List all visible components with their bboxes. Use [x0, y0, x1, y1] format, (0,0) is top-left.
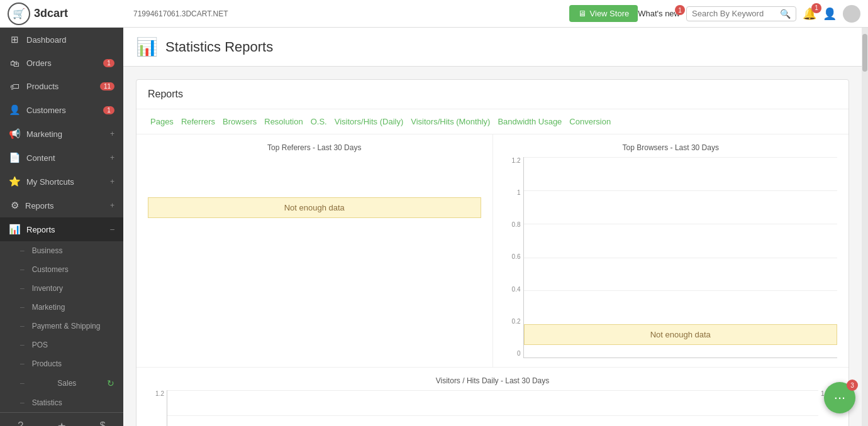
sidebar-label-dashboard: Dashboard: [26, 35, 114, 45]
y-label-0-6: 0.6: [512, 253, 521, 260]
whats-new[interactable]: What's new 1: [638, 9, 680, 18]
sidebar-item-marketing[interactable]: 📢 Marketing +: [0, 122, 123, 146]
submenu-item-pos[interactable]: POS: [0, 336, 123, 354]
submenu-label-payment: Payment & Shipping: [32, 322, 101, 330]
reports-box: Reports Pages Referrers Browsers Resolut…: [136, 79, 849, 426]
top-referrers-title: Top Referers - Last 30 Days: [148, 143, 481, 152]
marketing-icon: 📢: [9, 128, 20, 139]
topbar: 🛒 3dcart 71994617061.3DCART.NET 🖥 View S…: [0, 0, 868, 28]
top-referrers-chart: Top Referers - Last 30 Days Not enough d…: [136, 134, 493, 367]
sidebar-label-content: Content: [26, 153, 104, 163]
tab-resolution[interactable]: Resolution: [262, 116, 305, 128]
view-store-button[interactable]: 🖥 View Store: [569, 5, 638, 22]
y-label-1-2: 1.2: [512, 157, 521, 164]
tab-pages[interactable]: Pages: [148, 116, 176, 128]
charts-row: Top Referers - Last 30 Days Not enough d…: [136, 134, 849, 367]
reports-icon: 📊: [9, 224, 20, 235]
reports-expand-icon: –: [110, 225, 114, 234]
sidebar-item-my-shortcuts[interactable]: ⭐ My Shortcuts +: [0, 170, 123, 194]
billing-button[interactable]: $: [82, 413, 123, 426]
submenu-label-customers: Customers: [32, 265, 69, 274]
sales-refresh-icon: ↻: [107, 378, 114, 388]
submenu-item-payment-shipping[interactable]: Payment & Shipping: [0, 317, 123, 336]
view-store-label: View Store: [590, 9, 630, 18]
submenu-item-statistics[interactable]: Statistics: [0, 393, 123, 412]
reports-tabs: Pages Referrers Browsers Resolution O.S.…: [136, 109, 849, 134]
customers-icon: 👤: [9, 104, 20, 116]
sidebar-label-customers: Customers: [26, 106, 97, 115]
float-badge: 3: [847, 380, 858, 391]
y-label-0: 0: [517, 350, 521, 357]
layout: ⊞ Dashboard 🛍 Orders 1 🏷 Products 11 👤 C…: [0, 28, 868, 426]
orders-badge: 1: [103, 59, 114, 67]
referrers-no-data: Not enough data: [148, 197, 481, 218]
submenu-item-products[interactable]: Products: [0, 354, 123, 373]
notification-icon[interactable]: 🔔 1: [803, 7, 816, 21]
sidebar: ⊞ Dashboard 🛍 Orders 1 🏷 Products 11 👤 C…: [0, 28, 123, 426]
whats-new-badge: 1: [675, 5, 685, 15]
tab-conversion[interactable]: Conversion: [567, 116, 613, 128]
user-icon[interactable]: 👤: [823, 7, 837, 21]
sidebar-item-orders[interactable]: 🛍 Orders 1: [0, 52, 123, 75]
orders-icon: 🛍: [9, 58, 20, 68]
search-box: 🔍: [686, 6, 796, 21]
sidebar-label-settings: Reports: [25, 201, 103, 210]
sidebar-label-shortcuts: My Shortcuts: [26, 177, 104, 187]
shortcuts-icon: ⭐: [9, 176, 20, 187]
monitor-icon: 🖥: [578, 9, 586, 18]
search-input[interactable]: [692, 9, 780, 18]
sidebar-item-settings[interactable]: ⚙ Reports +: [0, 194, 123, 217]
scrollbar[interactable]: [862, 28, 868, 426]
sidebar-item-customers[interactable]: 👤 Customers 1: [0, 98, 123, 122]
y-label-0-2: 0.2: [512, 318, 521, 325]
tab-visitors-monthly[interactable]: Visitors/Hits (Monthly): [408, 116, 492, 128]
products-icon: 🏷: [9, 81, 20, 92]
chat-dots-icon: ···: [834, 390, 845, 406]
submenu-item-business[interactable]: Business: [0, 241, 123, 260]
cart-icon: 🛒: [13, 8, 25, 19]
tab-visitors-daily[interactable]: Visitors/Hits (Daily): [332, 116, 406, 128]
submenu-item-inventory[interactable]: Inventory: [0, 279, 123, 298]
sidebar-item-dashboard[interactable]: ⊞ Dashboard: [0, 28, 123, 52]
topbar-icons: 🔔 1 👤: [803, 5, 860, 23]
submenu-label-sales: Sales: [57, 379, 76, 388]
shortcuts-expand-icon: +: [110, 177, 114, 186]
store-url: 71994617061.3DCART.NET: [133, 9, 564, 18]
products-badge: 11: [100, 82, 114, 90]
sidebar-bottom: ? ★ $: [0, 412, 123, 426]
whats-new-label: What's new: [638, 9, 680, 18]
submenu-item-customers[interactable]: Customers: [0, 260, 123, 279]
submenu-item-sales[interactable]: Sales ↻: [0, 373, 123, 393]
content-icon: 📄: [9, 152, 20, 163]
submenu-label-pos: POS: [32, 341, 48, 349]
y-label-1: 1: [517, 189, 521, 196]
sidebar-label-products: Products: [26, 82, 94, 91]
sidebar-item-products[interactable]: 🏷 Products 11: [0, 75, 123, 98]
top-browsers-title: Top Browsers - Last 30 Days: [504, 143, 838, 152]
submenu-label-marketing: Marketing: [32, 303, 65, 312]
tab-bandwidth[interactable]: Bandwidth Usage: [495, 116, 564, 128]
topbar-right: What's new 1 🔍 🔔 1 👤: [638, 5, 860, 23]
bookmarks-button[interactable]: ★: [41, 413, 82, 426]
main-content: 📊 Statistics Reports Reports Pages Refer…: [123, 28, 862, 426]
submenu-label-inventory: Inventory: [32, 284, 63, 293]
help-button[interactable]: ?: [0, 413, 41, 426]
sidebar-label-orders: Orders: [26, 58, 97, 68]
logo-text: 3dcart: [34, 7, 68, 20]
tab-referrers[interactable]: Referrers: [179, 116, 218, 128]
marketing-expand-icon: +: [110, 129, 114, 138]
tab-os[interactable]: O.S.: [308, 116, 330, 128]
logo-icon: 🛒: [8, 3, 30, 25]
chat-float-button[interactable]: ··· 3: [824, 382, 855, 413]
logo-area: 🛒 3dcart: [8, 3, 131, 25]
avatar[interactable]: [843, 5, 860, 23]
notification-badge: 1: [811, 3, 821, 13]
visitors-daily-chart: Visitors / Hits Daily - Last 30 Days 1.2…: [136, 367, 849, 426]
sidebar-item-content[interactable]: 📄 Content +: [0, 146, 123, 170]
tab-browsers[interactable]: Browsers: [220, 116, 259, 128]
submenu-item-marketing[interactable]: Marketing: [0, 298, 123, 317]
content-area: Reports Pages Referrers Browsers Resolut…: [123, 67, 862, 426]
settings-expand-icon: +: [110, 201, 114, 210]
sidebar-item-reports[interactable]: 📊 Reports –: [0, 217, 123, 241]
search-icon[interactable]: 🔍: [780, 9, 791, 19]
